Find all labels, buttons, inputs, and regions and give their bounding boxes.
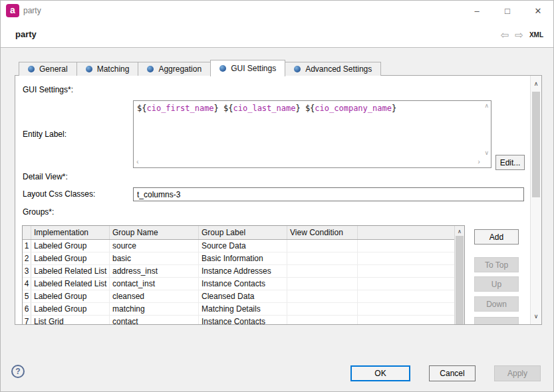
- tab-aggregation[interactable]: Aggregation: [138, 62, 211, 76]
- column-header[interactable]: [23, 226, 31, 239]
- apply-button[interactable]: Apply: [494, 365, 541, 381]
- clipped-button: [474, 317, 519, 325]
- table-cell: Cleansed Data: [199, 290, 287, 302]
- tab-general[interactable]: General: [19, 62, 77, 76]
- tab-label: Advanced Settings: [305, 64, 372, 74]
- scroll-left-icon[interactable]: ‹: [136, 158, 139, 165]
- template-variable: cio_last_name: [233, 104, 296, 113]
- form-header: party ⇦ ⇨ XML: [1, 21, 553, 48]
- tab-sphere-icon: [219, 65, 226, 72]
- table-row[interactable]: 6Labeled GroupmatchingMatching Details: [23, 303, 454, 316]
- entity-label-editor[interactable]: ${cio_first_name} ${cio_last_name} ${cio…: [133, 100, 491, 168]
- table-row[interactable]: 3Labeled Related Listaddress_instInstanc…: [23, 265, 454, 278]
- row-number: 5: [23, 290, 31, 302]
- template-variable: cio_company_name: [315, 104, 392, 113]
- tab-sphere-icon: [86, 66, 92, 72]
- help-icon: ?: [15, 367, 20, 376]
- gui-settings-section-label: GUI Settings*:: [23, 85, 73, 94]
- table-row[interactable]: 4Labeled Related Listcontact_instInstanc…: [23, 278, 454, 290]
- forward-arrow-icon[interactable]: ⇨: [515, 30, 523, 40]
- app-icon: a: [6, 4, 19, 17]
- row-number: 1: [23, 240, 31, 252]
- window-title: party: [23, 6, 41, 15]
- table-cell-filler: [358, 252, 454, 264]
- template-punctuation: ${: [223, 104, 233, 113]
- table-cell: [287, 240, 358, 252]
- table-cell: address_inst: [110, 265, 199, 277]
- minimize-button[interactable]: –: [462, 1, 492, 21]
- cancel-button[interactable]: Cancel: [429, 365, 476, 381]
- table-cell: [287, 278, 358, 290]
- table-cell: Labeled Related List: [31, 278, 110, 290]
- scroll-down-icon[interactable]: ∨: [531, 313, 541, 320]
- row-number: 6: [23, 303, 31, 315]
- tab-sphere-icon: [294, 66, 301, 72]
- help-button[interactable]: ?: [11, 365, 25, 378]
- layout-css-label: Layout Css Classes:: [23, 189, 95, 199]
- groups-table-header: ImplementationGroup NameGroup LabelView …: [23, 226, 454, 240]
- table-cell-filler: [358, 265, 454, 277]
- scrollbar-thumb[interactable]: [532, 92, 540, 197]
- column-header-filler: [358, 226, 454, 239]
- column-header[interactable]: Implementation: [31, 226, 110, 239]
- table-cell-filler: [358, 240, 454, 252]
- table-cell-filler: [358, 278, 454, 290]
- edit-button[interactable]: Edit...: [495, 155, 525, 170]
- close-button[interactable]: ✕: [523, 1, 553, 21]
- table-cell: List Grid: [31, 316, 110, 325]
- window-controls: – □ ✕: [462, 1, 553, 21]
- detail-view-label: Detail View*:: [23, 172, 68, 181]
- scroll-down-icon[interactable]: ∨: [484, 150, 489, 156]
- back-arrow-icon[interactable]: ⇦: [501, 30, 509, 40]
- column-header[interactable]: Group Label: [199, 226, 287, 239]
- groups-table-body: 1Labeled GroupsourceSource Data2Labeled …: [23, 240, 464, 325]
- tab-sphere-icon: [147, 66, 154, 72]
- table-row[interactable]: 5Labeled GroupcleansedCleansed Data: [23, 290, 454, 303]
- template-punctuation: }: [214, 104, 223, 113]
- template-punctuation: }: [392, 104, 396, 113]
- maximize-button[interactable]: □: [492, 1, 523, 21]
- table-cell-filler: [358, 316, 454, 325]
- table-row[interactable]: 7List GridcontactInstance Contacts: [23, 316, 454, 325]
- to-top-button: To Top: [474, 257, 519, 272]
- down-button: Down: [474, 296, 519, 312]
- close-icon: ✕: [535, 6, 542, 16]
- table-cell: contact_inst: [110, 278, 199, 290]
- table-cell: basic: [110, 252, 199, 264]
- tab-label: GUI Settings: [231, 64, 276, 73]
- table-cell: Source Data: [199, 240, 287, 252]
- tab-sphere-icon: [28, 66, 35, 72]
- table-cell-filler: [358, 303, 454, 315]
- ok-button[interactable]: OK: [350, 365, 410, 381]
- entity-label-label: Entity Label:: [23, 130, 67, 139]
- scrollbar-thumb[interactable]: [456, 236, 464, 325]
- table-cell: Basic Information: [199, 252, 287, 264]
- table-cell: Labeled Group: [31, 290, 110, 302]
- scroll-up-icon[interactable]: ∧: [531, 80, 541, 87]
- column-header[interactable]: Group Name: [110, 226, 199, 239]
- table-cell: Instance Addresses: [199, 265, 287, 277]
- scroll-up-icon[interactable]: ∧: [455, 229, 464, 235]
- table-row[interactable]: 1Labeled GroupsourceSource Data: [23, 240, 454, 252]
- panel-scrollbar[interactable]: ∧ ∨: [530, 76, 541, 324]
- table-scrollbar[interactable]: ∧: [454, 226, 464, 325]
- table-cell: matching: [110, 303, 199, 315]
- column-header[interactable]: View Condition: [287, 226, 358, 239]
- layout-css-input[interactable]: [133, 187, 524, 201]
- entity-label-value: ${cio_first_name} ${cio_last_name} ${cio…: [137, 104, 396, 113]
- tab-gui-settings[interactable]: GUI Settings: [210, 60, 285, 76]
- table-cell: source: [110, 240, 199, 252]
- tab-label: Aggregation: [158, 64, 202, 74]
- xml-view-button[interactable]: XML: [529, 31, 543, 39]
- tab-matching[interactable]: Matching: [76, 62, 139, 76]
- row-number: 3: [23, 265, 31, 277]
- table-cell: contact: [110, 316, 199, 325]
- table-row[interactable]: 2Labeled GroupbasicBasic Information: [23, 252, 454, 265]
- table-cell: Instance Contacts: [199, 316, 287, 325]
- scroll-right-icon[interactable]: ›: [478, 158, 480, 165]
- add-button[interactable]: Add: [474, 229, 519, 245]
- tab-advanced-settings[interactable]: Advanced Settings: [285, 62, 381, 76]
- gui-settings-panel: GUI Settings*: Entity Label: ${cio_first…: [15, 75, 542, 325]
- scroll-up-icon[interactable]: ∧: [484, 103, 489, 109]
- title-bar: a party – □ ✕: [1, 1, 553, 21]
